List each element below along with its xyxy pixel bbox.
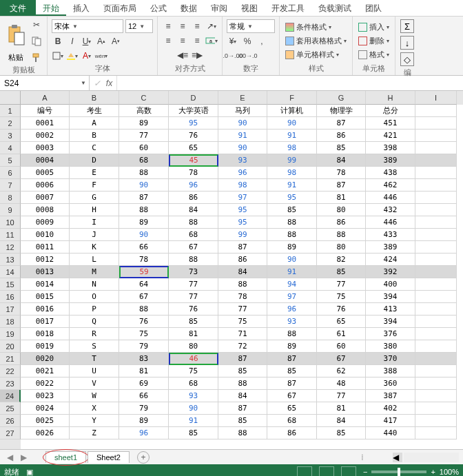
- cell[interactable]: 89: [119, 415, 169, 427]
- cell[interactable]: 77: [119, 130, 169, 142]
- cell[interactable]: 90: [218, 142, 267, 154]
- cell[interactable]: 86: [267, 427, 317, 439]
- cell[interactable]: 91: [169, 415, 218, 427]
- cell[interactable]: 0019: [21, 340, 70, 353]
- table-format-button[interactable]: 套用表格格式▾: [284, 35, 348, 47]
- cell[interactable]: 88: [119, 167, 169, 179]
- cell[interactable]: [415, 340, 457, 353]
- column-header[interactable]: E: [218, 91, 267, 105]
- cell[interactable]: 马列: [218, 105, 267, 117]
- cell[interactable]: 46: [169, 353, 218, 365]
- cell[interactable]: 88: [218, 377, 267, 390]
- row-header[interactable]: 14: [0, 266, 21, 278]
- cell[interactable]: 65: [267, 402, 317, 415]
- cell[interactable]: 0016: [21, 303, 70, 315]
- cell[interactable]: 83: [119, 353, 169, 365]
- cell[interactable]: 0008: [21, 204, 70, 216]
- cell[interactable]: 400: [366, 278, 415, 291]
- cell[interactable]: 68: [169, 229, 218, 241]
- cell[interactable]: 77: [169, 291, 218, 303]
- cell[interactable]: 85: [317, 142, 366, 154]
- cell[interactable]: 67: [169, 241, 218, 253]
- cell[interactable]: 84: [218, 390, 267, 402]
- cell[interactable]: 0001: [21, 117, 70, 130]
- cell[interactable]: T: [70, 353, 119, 365]
- cell[interactable]: 77: [169, 278, 218, 291]
- row-header[interactable]: 26: [0, 415, 21, 427]
- font-color-button[interactable]: A▾: [81, 50, 93, 62]
- cell[interactable]: 417: [366, 415, 415, 427]
- cell[interactable]: 80: [317, 241, 366, 253]
- cell[interactable]: 65: [317, 315, 366, 328]
- cell[interactable]: 93: [169, 390, 218, 402]
- cell[interactable]: 0002: [21, 130, 70, 142]
- cell[interactable]: 94: [267, 278, 317, 291]
- cell[interactable]: 0012: [21, 253, 70, 266]
- cell[interactable]: [415, 179, 457, 192]
- cell[interactable]: 67: [267, 390, 317, 402]
- format-cells-button[interactable]: 格式▾: [357, 49, 391, 61]
- decrease-indent-icon[interactable]: ◀≡: [176, 49, 189, 61]
- cell[interactable]: L: [70, 253, 119, 266]
- cell[interactable]: 85: [218, 415, 267, 427]
- fill-button[interactable]: ↓: [400, 36, 414, 50]
- cell[interactable]: 75: [218, 315, 267, 328]
- cell[interactable]: 360: [366, 377, 415, 390]
- cell[interactable]: 86: [218, 253, 267, 266]
- row-header[interactable]: 13: [0, 253, 21, 266]
- cell[interactable]: D: [70, 154, 119, 167]
- cell[interactable]: 66: [119, 390, 169, 402]
- cell[interactable]: 75: [119, 328, 169, 340]
- cell[interactable]: 446: [366, 216, 415, 229]
- cell[interactable]: 97: [218, 192, 267, 204]
- row-header[interactable]: 22: [0, 365, 21, 377]
- cell[interactable]: 84: [317, 415, 366, 427]
- cell[interactable]: 计算机: [267, 105, 317, 117]
- cell[interactable]: [415, 328, 457, 340]
- cell[interactable]: 0007: [21, 192, 70, 204]
- font-name-combo[interactable]: 宋体▼: [52, 19, 123, 33]
- cell[interactable]: 91: [267, 130, 317, 142]
- cell[interactable]: 99: [218, 229, 267, 241]
- cell[interactable]: 0005: [21, 167, 70, 179]
- cell[interactable]: 88: [218, 427, 267, 439]
- cell[interactable]: R: [70, 328, 119, 340]
- column-header[interactable]: C: [119, 91, 169, 105]
- cell[interactable]: 0015: [21, 291, 70, 303]
- cell[interactable]: C: [70, 142, 119, 154]
- cell[interactable]: [415, 167, 457, 179]
- cell[interactable]: 84: [218, 266, 267, 278]
- sheet-tab[interactable]: sheet1: [45, 451, 86, 463]
- cell[interactable]: 446: [366, 192, 415, 204]
- cell[interactable]: 98: [267, 142, 317, 154]
- cell[interactable]: 90: [119, 229, 169, 241]
- merge-icon[interactable]: a▾: [205, 34, 218, 47]
- worksheet-grid[interactable]: 1234567891011121314151617181920212223242…: [0, 91, 463, 449]
- cell[interactable]: 高数: [119, 105, 169, 117]
- sheet-tab[interactable]: Sheet2: [88, 451, 130, 463]
- cell[interactable]: [415, 390, 457, 402]
- cell[interactable]: 440: [366, 427, 415, 439]
- cell[interactable]: 67: [119, 291, 169, 303]
- cell[interactable]: P: [70, 303, 119, 315]
- cell[interactable]: [415, 291, 457, 303]
- orientation-icon[interactable]: ↗▾: [205, 20, 218, 32]
- cell[interactable]: 91: [267, 266, 317, 278]
- align-top-icon[interactable]: ≡: [162, 20, 174, 32]
- zoom-control[interactable]: −+ 100%: [363, 468, 459, 476]
- cell[interactable]: [415, 229, 457, 241]
- row-header[interactable]: 25: [0, 402, 21, 415]
- cell[interactable]: 88: [267, 216, 317, 229]
- cell[interactable]: 80: [169, 340, 218, 353]
- menu-tab[interactable]: 团队: [358, 0, 389, 16]
- bold-button[interactable]: B: [52, 35, 64, 48]
- cell[interactable]: 77: [317, 390, 366, 402]
- cell[interactable]: 85: [267, 204, 317, 216]
- cell[interactable]: 95: [169, 117, 218, 130]
- cell[interactable]: [415, 427, 457, 439]
- cell[interactable]: 95: [218, 204, 267, 216]
- cell[interactable]: 68: [267, 415, 317, 427]
- format-painter-icon[interactable]: [30, 52, 43, 64]
- cell[interactable]: 376: [366, 328, 415, 340]
- cell[interactable]: [415, 278, 457, 291]
